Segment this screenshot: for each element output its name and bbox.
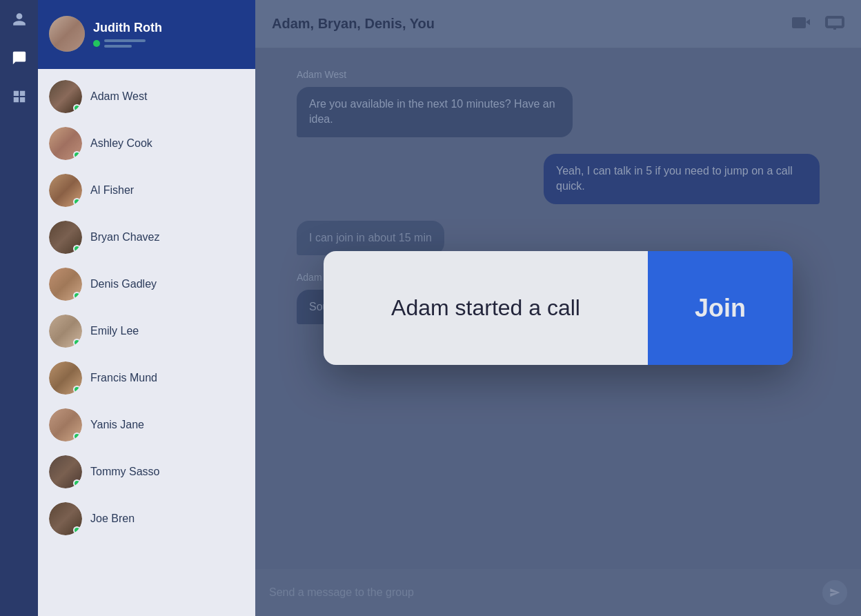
contact-online-dot [73, 339, 81, 346]
contact-online-dot [73, 386, 81, 393]
contact-avatar [49, 221, 82, 254]
contact-name: Al Fisher [90, 184, 134, 197]
header-user-info: Judith Roth [93, 21, 244, 48]
contact-panel-header: Judith Roth [38, 0, 255, 69]
join-button-label: Join [695, 294, 746, 323]
header-avatar-img [49, 16, 85, 52]
contact-avatar [49, 455, 82, 488]
contact-online-dot [73, 433, 81, 440]
status-lines [104, 39, 146, 48]
contact-item[interactable]: Al Fisher [38, 167, 255, 214]
contact-avatar [49, 361, 82, 395]
contact-avatar [49, 174, 82, 207]
status-online-dot [93, 40, 100, 47]
contact-name: Bryan Chavez [90, 231, 160, 244]
app-container: Judith Roth Adam WestAshley CookAl Fishe… [0, 0, 861, 616]
nav-icon-grid[interactable] [7, 84, 32, 109]
contact-avatar [49, 268, 82, 301]
contact-avatar [49, 502, 82, 535]
header-avatar [49, 16, 85, 52]
contact-avatar [49, 315, 82, 348]
contact-online-dot [73, 245, 81, 252]
contact-item[interactable]: Yanis Jane [38, 401, 255, 448]
contact-online-dot [73, 479, 81, 487]
modal-overlay: Adam started a call Join [255, 0, 861, 616]
nav-icon-person[interactable] [7, 7, 32, 32]
status-bar-2 [104, 45, 132, 48]
contact-item[interactable]: Ashley Cook [38, 120, 255, 167]
call-modal-left: Adam started a call [324, 251, 648, 365]
contact-online-dot [73, 151, 81, 159]
chat-area: Adam, Bryan, Denis, You Adam West Are y [255, 0, 861, 616]
call-modal: Adam started a call Join [324, 251, 793, 365]
contact-item[interactable]: Bryan Chavez [38, 214, 255, 261]
contact-list: Adam WestAshley CookAl FisherBryan Chave… [38, 69, 255, 616]
contact-avatar [49, 408, 82, 441]
contact-online-dot [73, 104, 81, 112]
contact-name: Francis Mund [90, 372, 157, 384]
contact-name: Yanis Jane [90, 419, 144, 431]
contact-name: Tommy Sasso [90, 466, 159, 478]
contact-name: Emily Lee [90, 325, 139, 337]
header-user-name: Judith Roth [93, 21, 244, 35]
contact-online-dot [73, 198, 81, 206]
contact-panel: Judith Roth Adam WestAshley CookAl Fishe… [38, 0, 255, 616]
contact-item[interactable]: Tommy Sasso [38, 448, 255, 495]
contact-item[interactable]: Adam West [38, 73, 255, 120]
contact-name: Joe Bren [90, 513, 135, 525]
nav-icon-chat[interactable] [7, 46, 32, 70]
contact-online-dot [73, 526, 81, 534]
contact-name: Ashley Cook [90, 137, 152, 150]
header-status-line [93, 39, 244, 48]
nav-sidebar [0, 0, 38, 616]
call-modal-text: Adam started a call [391, 295, 580, 321]
contact-item[interactable]: Francis Mund [38, 355, 255, 401]
contact-item[interactable]: Joe Bren [38, 495, 255, 542]
contact-name: Adam West [90, 90, 147, 103]
contact-item[interactable]: Denis Gadley [38, 261, 255, 308]
contact-avatar [49, 127, 82, 160]
join-button[interactable]: Join [648, 251, 793, 365]
contact-item[interactable]: Emily Lee [38, 308, 255, 355]
contact-name: Denis Gadley [90, 278, 157, 290]
contact-avatar [49, 80, 82, 113]
contact-online-dot [73, 292, 81, 299]
status-bar-1 [104, 39, 146, 42]
